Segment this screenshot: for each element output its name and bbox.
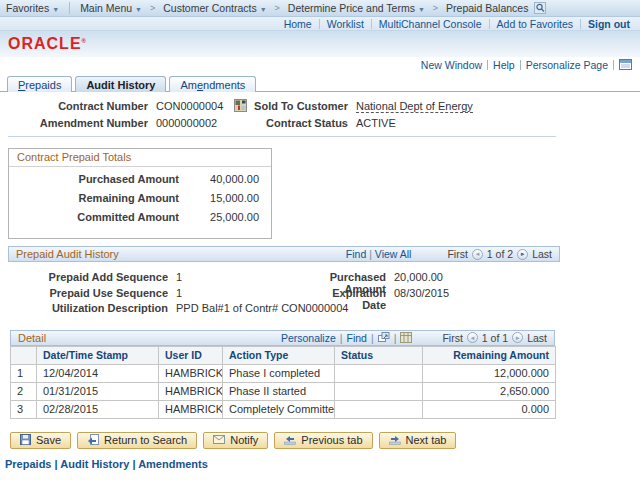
- divider: [8, 136, 556, 137]
- detail-personalize-link[interactable]: Personalize: [281, 332, 336, 344]
- footer-link-audit-history[interactable]: Audit History: [60, 458, 129, 470]
- save-button[interactable]: Save: [10, 432, 71, 449]
- add-to-favorites-link[interactable]: Add to Favorites: [497, 18, 573, 30]
- remaining-amount-row: Remaining Amount 15,000.00: [9, 192, 259, 211]
- cell-action: Phase I completed: [223, 364, 335, 382]
- page-links: New Window Help Personalize Page: [0, 57, 640, 70]
- col-remaining-amount[interactable]: Remaining Amount: [423, 346, 556, 364]
- divider: [489, 19, 490, 29]
- portal-links: Home Worklist MultiChannel Console Add t…: [0, 17, 640, 31]
- cell-status: [335, 400, 423, 418]
- cell-date: 01/31/2015: [37, 382, 159, 400]
- prepaid-use-sequence-value: 1: [176, 287, 306, 299]
- detail-pager-first[interactable]: First: [442, 332, 462, 344]
- sold-to-customer-label: Sold To Customer: [252, 100, 348, 112]
- component-footer-links: Prepaids | Audit History | Amendments: [5, 458, 640, 470]
- audit-pager-last[interactable]: Last: [532, 248, 552, 260]
- audit-pager: First ◄ 1 of 2 ► Last: [447, 248, 552, 260]
- previous-tab-button[interactable]: Previous tab: [274, 432, 372, 449]
- sign-out-link[interactable]: Sign out: [588, 18, 630, 30]
- notify-button[interactable]: Notify: [203, 432, 268, 449]
- detail-grid-section: Detail Personalize | Find | | First: [10, 330, 555, 419]
- detail-next-page-icon[interactable]: ►: [512, 332, 523, 343]
- tab-prepaids[interactable]: Prepaids: [7, 76, 72, 92]
- divider: [69, 2, 70, 14]
- download-grid-icon[interactable]: [400, 332, 412, 343]
- table-row: 2 01/31/2015 HAMBRICKG Phase II started …: [11, 382, 556, 400]
- search-page-icon[interactable]: [534, 2, 546, 14]
- divider: [580, 19, 581, 29]
- copy-url-icon[interactable]: [619, 59, 632, 70]
- divider: [487, 60, 488, 70]
- audit-row-2: Prepaid Use Sequence 1 Expiration Date 0…: [8, 287, 560, 303]
- contract-status-label: Contract Status: [252, 117, 348, 129]
- multichannel-console-link[interactable]: MultiChannel Console: [379, 18, 482, 30]
- footer-link-amendments[interactable]: Amendments: [138, 458, 208, 470]
- cell-status: [335, 382, 423, 400]
- col-date-time-stamp[interactable]: Date/Time Stamp: [37, 346, 159, 364]
- col-action-type[interactable]: Action Type: [223, 346, 335, 364]
- tab-amendments[interactable]: Amendments: [169, 76, 256, 92]
- breadcrumb-customer-contracts[interactable]: Customer Contracts▼: [163, 2, 266, 14]
- expiration-date-value: 08/30/2015: [394, 287, 449, 299]
- help-link[interactable]: Help: [493, 59, 515, 71]
- cell-status: [335, 364, 423, 382]
- next-tab-button[interactable]: Next tab: [379, 432, 457, 449]
- chevron-down-icon: ▼: [260, 6, 267, 13]
- contract-number-label: Contract Number: [8, 100, 148, 112]
- table-row: 1 12/04/2014 HAMBRICKG Phase I completed…: [11, 364, 556, 382]
- audit-next-row-icon[interactable]: ►: [517, 249, 528, 260]
- detail-header-row: Date/Time Stamp User ID Action Type Stat…: [11, 346, 556, 364]
- amendment-number-label: Amendment Number: [8, 117, 148, 129]
- tab-audit-history[interactable]: Audit History: [75, 76, 166, 92]
- col-status[interactable]: Status: [335, 346, 423, 364]
- row-number: 1: [11, 364, 37, 382]
- prepaid-add-sequence-value: 1: [176, 271, 306, 283]
- cell-user: HAMBRICKG: [159, 400, 223, 418]
- worklist-link[interactable]: Worklist: [327, 18, 364, 30]
- utilization-description-label: Utilization Description: [8, 302, 168, 314]
- remaining-amount-label: Remaining Amount: [9, 192, 179, 204]
- detail-find-link[interactable]: Find: [347, 332, 367, 344]
- chevron-down-icon: ▼: [418, 6, 425, 13]
- return-to-search-button[interactable]: Return to Search: [77, 432, 197, 449]
- breadcrumb: Favorites▼ Main Menu▼ > Customer Contrac…: [0, 0, 640, 17]
- audit-pager-page: 1 of 2: [487, 248, 513, 260]
- contract-header: Contract Number CON0000004 Sold To Custo…: [8, 99, 640, 129]
- breadcrumb-separator: >: [150, 3, 155, 13]
- personalize-page-link[interactable]: Personalize Page: [526, 59, 608, 71]
- audit-view-all-link[interactable]: View All: [375, 248, 412, 260]
- prepaid-audit-history-section: Prepaid Audit History Find | View All Fi…: [8, 246, 560, 419]
- detail-pager: First ◄ 1 of 1 ► Last: [442, 332, 547, 344]
- audit-find-link[interactable]: Find: [346, 248, 366, 260]
- oracle-logo: ORACLE®: [8, 35, 87, 53]
- new-window-link[interactable]: New Window: [421, 59, 482, 71]
- remaining-amount-value: 15,000.00: [179, 192, 259, 204]
- audit-prev-row-icon[interactable]: ◄: [472, 249, 483, 260]
- detail-table: Date/Time Stamp User ID Action Type Stat…: [10, 346, 556, 419]
- breadcrumb-main-menu[interactable]: Main Menu▼: [80, 2, 142, 14]
- save-icon: [20, 434, 31, 445]
- purchased-amount-row: Purchased Amount 40,000.00: [9, 173, 259, 192]
- divider: [520, 60, 521, 70]
- return-to-search-icon: [87, 434, 99, 445]
- view-all-popup-icon[interactable]: [378, 332, 390, 343]
- contract-number-value: CON0000004: [156, 100, 234, 112]
- footer-link-prepaids[interactable]: Prepaids: [5, 458, 51, 470]
- detail-prev-page-icon[interactable]: ◄: [467, 332, 478, 343]
- contract-prepaid-totals-title: Contract Prepaid Totals: [9, 149, 271, 167]
- go-to-contract-icon[interactable]: [234, 99, 252, 112]
- breadcrumb-separator: >: [275, 3, 280, 13]
- prepaid-audit-history-bar: Prepaid Audit History Find | View All Fi…: [8, 246, 560, 262]
- favorites-menu[interactable]: Favorites▼: [6, 2, 59, 14]
- audit-row-1: Prepaid Add Sequence 1 Purchased Amount …: [8, 271, 560, 287]
- home-link[interactable]: Home: [284, 18, 312, 30]
- detail-pager-last[interactable]: Last: [527, 332, 547, 344]
- cell-date: 12/04/2014: [37, 364, 159, 382]
- cell-date: 02/28/2015: [37, 400, 159, 418]
- sold-to-customer-value[interactable]: National Dept of Energy: [356, 100, 473, 113]
- detail-pager-page: 1 of 1: [482, 332, 508, 344]
- audit-pager-first[interactable]: First: [447, 248, 467, 260]
- breadcrumb-determine-price[interactable]: Determine Price and Terms▼: [288, 2, 425, 14]
- col-user-id[interactable]: User ID: [159, 346, 223, 364]
